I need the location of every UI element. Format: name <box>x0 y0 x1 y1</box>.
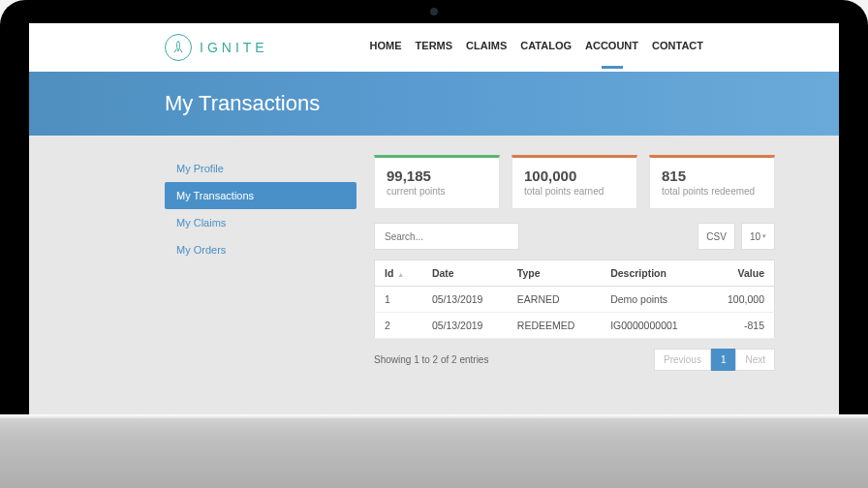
card-total-redeemed: 815 total points redeemed <box>649 155 775 209</box>
card-value: 99,185 <box>387 168 487 184</box>
col-type[interactable]: Type <box>508 260 601 287</box>
col-id[interactable]: Id▲ <box>375 260 422 287</box>
table-row[interactable]: 2 05/13/2019 REDEEMED IG0000000001 -815 <box>375 313 775 339</box>
main-nav: HOME TERMS CLAIMS CATALOG ACCOUNT CONTAC… <box>370 40 703 55</box>
summary-cards: 99,185 current points 100,000 total poin… <box>374 155 775 209</box>
table-footer: Showing 1 to 2 of 2 entries Previous 1 N… <box>374 349 775 371</box>
top-bar: IGNITE HOME TERMS CLAIMS CATALOG ACCOUNT… <box>29 23 839 72</box>
nav-account[interactable]: ACCOUNT <box>585 40 638 55</box>
card-value: 815 <box>662 168 762 184</box>
rocket-icon <box>165 34 192 61</box>
sidenav-profile[interactable]: My Profile <box>165 155 356 182</box>
monitor-stand <box>0 414 868 488</box>
nav-terms[interactable]: TERMS <box>416 40 453 55</box>
table-toolbar: CSV 10 <box>374 223 775 250</box>
pager-next[interactable]: Next <box>735 349 775 371</box>
brand-name: IGNITE <box>200 40 268 55</box>
camera-dot <box>430 8 438 15</box>
sidenav-transactions[interactable]: My Transactions <box>165 182 356 209</box>
table-row[interactable]: 1 05/13/2019 EARNED Demo points 100,000 <box>375 287 775 313</box>
card-label: current points <box>387 186 487 197</box>
main-panel: 99,185 current points 100,000 total poin… <box>374 155 775 371</box>
card-label: total points redeemed <box>662 186 762 197</box>
card-value: 100,000 <box>524 168 625 184</box>
pagination: Previous 1 Next <box>654 349 775 371</box>
content-area: My Profile My Transactions My Claims My … <box>29 136 839 371</box>
nav-claims[interactable]: CLAIMS <box>466 40 507 55</box>
card-label: total points earned <box>524 186 625 197</box>
sidenav-claims[interactable]: My Claims <box>165 209 356 236</box>
card-current-points: 99,185 current points <box>374 155 500 209</box>
search-input[interactable] <box>374 223 519 250</box>
transactions-table: Id▲ Date Type Description Value 1 05/13/… <box>374 259 775 339</box>
brand-logo[interactable]: IGNITE <box>165 34 268 61</box>
col-value[interactable]: Value <box>706 260 775 287</box>
page-title: My Transactions <box>165 91 320 116</box>
nav-contact[interactable]: CONTACT <box>652 40 703 55</box>
sidenav-orders[interactable]: My Orders <box>165 236 356 263</box>
app-screen: IGNITE HOME TERMS CLAIMS CATALOG ACCOUNT… <box>29 23 839 414</box>
page-size-select[interactable]: 10 <box>741 223 775 250</box>
col-description[interactable]: Description <box>601 260 705 287</box>
pager-prev[interactable]: Previous <box>654 349 711 371</box>
col-date[interactable]: Date <box>422 260 508 287</box>
nav-home[interactable]: HOME <box>370 40 402 55</box>
nav-catalog[interactable]: CATALOG <box>520 40 572 55</box>
monitor-frame: IGNITE HOME TERMS CLAIMS CATALOG ACCOUNT… <box>0 0 868 414</box>
entries-info: Showing 1 to 2 of 2 entries <box>374 354 488 365</box>
page-banner: My Transactions <box>29 72 839 136</box>
export-csv-button[interactable]: CSV <box>698 223 735 250</box>
card-total-earned: 100,000 total points earned <box>512 155 637 209</box>
side-nav: My Profile My Transactions My Claims My … <box>165 155 356 371</box>
sort-asc-icon: ▲ <box>397 271 404 278</box>
pager-page-1[interactable]: 1 <box>711 349 736 371</box>
